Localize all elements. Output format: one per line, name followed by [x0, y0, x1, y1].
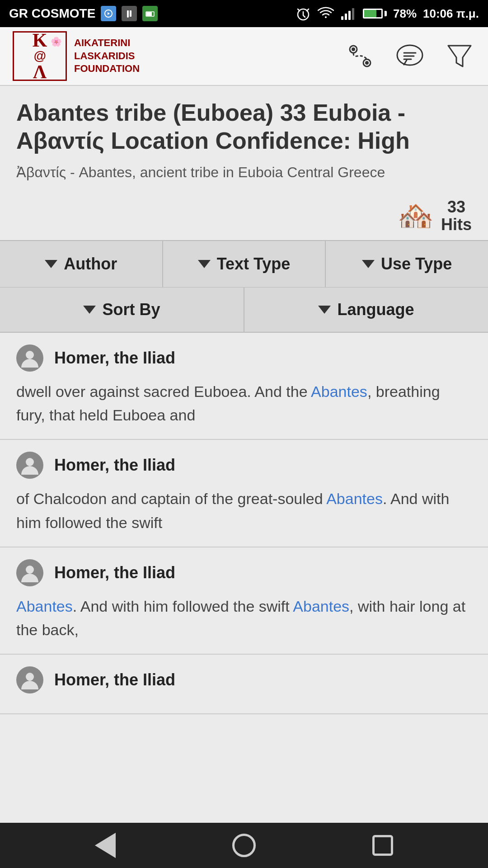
author-label: Author: [64, 255, 117, 274]
svg-rect-9: [352, 8, 354, 20]
result-text: dwell over against sacred Euboea. And th…: [16, 380, 472, 427]
page-title: Abantes tribe (Euboea) 33 Euboia - Αβαντ…: [16, 99, 472, 155]
result-text: of Chalcodon and captain of the great-so…: [16, 487, 472, 534]
status-right: 78% 10:06 π.μ.: [295, 5, 479, 22]
home-icon: [232, 834, 256, 857]
svg-point-14: [397, 45, 422, 65]
header-icons: [344, 40, 475, 72]
back-icon: [95, 833, 116, 858]
svg-rect-6: [341, 16, 343, 20]
result-text: Abantes. And with him followed the swift…: [16, 594, 472, 642]
avatar: [16, 666, 43, 693]
author-arrow: [45, 260, 57, 268]
bottom-nav: [0, 823, 488, 868]
sortby-label: Sort By: [102, 300, 160, 319]
hits-row: 🏘️ 33 Hits: [0, 192, 488, 240]
filter-use-type[interactable]: Use Type: [326, 241, 488, 287]
result-author-row: Homer, the Iliad: [16, 344, 472, 372]
filter-author[interactable]: Author: [0, 241, 163, 287]
route-icon[interactable]: [344, 40, 376, 72]
filter-sort-by[interactable]: Sort By: [0, 288, 244, 332]
result-author-row: Homer, the Iliad: [16, 666, 472, 693]
filter-icon[interactable]: [444, 40, 475, 72]
signal-icon: [340, 5, 357, 22]
svg-rect-7: [345, 14, 347, 20]
avatar: [16, 344, 43, 372]
hits-count: 33 Hits: [441, 198, 472, 234]
status-bar: GR COSMOTE 78% 10:06 π.μ.: [0, 0, 488, 27]
result-link-2[interactable]: Abantes: [293, 598, 349, 615]
result-item: Homer, the Iliad dwell over against sacr…: [0, 333, 488, 440]
result-author-row: Homer, the Iliad: [16, 452, 472, 479]
status-icon-2: [122, 6, 137, 21]
alarm-icon: [295, 5, 311, 22]
status-carrier: GR COSMOTE: [9, 6, 158, 21]
filter-bar-row1: Author Text Type Use Type: [0, 240, 488, 288]
svg-point-2: [127, 16, 129, 18]
author-name: Homer, the Iliad: [54, 670, 175, 689]
back-button[interactable]: [89, 830, 121, 861]
sortby-arrow: [83, 306, 96, 314]
svg-point-13: [365, 61, 369, 65]
app-logo[interactable]: K @ Λ 🌸 AIKATERINI LASKARIDIS FOUNDATION: [13, 31, 140, 81]
app-bar: K @ Λ 🌸 AIKATERINI LASKARIDIS FOUNDATION: [0, 27, 488, 86]
svg-point-20: [26, 458, 34, 466]
texttype-arrow: [198, 260, 211, 268]
hits-icon: 🏘️: [398, 201, 434, 230]
result-item: Homer, the Iliad Abantes. And with him f…: [0, 547, 488, 655]
logo-box: K @ Λ 🌸: [13, 31, 67, 81]
carrier-text: GR COSMOTE: [9, 6, 95, 21]
svg-rect-4: [146, 12, 152, 16]
chat-icon[interactable]: [394, 40, 426, 72]
battery-percent: 78%: [393, 7, 417, 21]
results-list: Homer, the Iliad dwell over against sacr…: [0, 333, 488, 714]
svg-point-22: [26, 673, 34, 681]
texttype-label: Text Type: [217, 255, 291, 274]
logo-text: AIKATERINI LASKARIDIS FOUNDATION: [74, 37, 140, 75]
svg-point-21: [26, 566, 34, 574]
author-name: Homer, the Iliad: [54, 456, 175, 475]
usetype-arrow: [362, 260, 375, 268]
status-icon-1: [101, 6, 116, 21]
result-link[interactable]: Abantes: [311, 383, 367, 400]
svg-rect-1: [130, 10, 131, 17]
result-link[interactable]: Abantes: [326, 490, 383, 507]
filter-text-type[interactable]: Text Type: [163, 241, 326, 287]
main-content: Abantes tribe (Euboea) 33 Euboia - Αβαντ…: [0, 86, 488, 823]
time-display: 10:06 π.μ.: [423, 7, 479, 21]
status-icon-3: [142, 6, 158, 21]
result-author-row: Homer, the Iliad: [16, 559, 472, 586]
home-button[interactable]: [228, 830, 260, 861]
avatar: [16, 452, 43, 479]
usetype-label: Use Type: [381, 255, 452, 274]
result-item: Homer, the Iliad: [0, 655, 488, 714]
svg-point-12: [352, 47, 355, 51]
svg-marker-18: [448, 46, 471, 66]
avatar: [16, 559, 43, 586]
wifi-icon: [318, 5, 334, 22]
title-section: Abantes tribe (Euboea) 33 Euboia - Αβαντ…: [0, 86, 488, 192]
language-arrow: [318, 306, 331, 314]
result-item: Homer, the Iliad of Chalcodon and captai…: [0, 440, 488, 547]
page-subtitle: Ἀβαντίς - Abantes, ancient tribe in Eubo…: [16, 162, 472, 183]
filter-bar-row2: Sort By Language: [0, 288, 488, 333]
recents-button[interactable]: [367, 830, 399, 861]
language-label: Language: [337, 300, 414, 319]
filter-language[interactable]: Language: [244, 288, 488, 332]
battery-indicator: [363, 9, 387, 19]
author-name: Homer, the Iliad: [54, 349, 175, 368]
result-link-1[interactable]: Abantes: [16, 598, 73, 615]
recents-icon: [372, 835, 393, 856]
svg-rect-0: [127, 10, 129, 17]
author-name: Homer, the Iliad: [54, 563, 175, 582]
svg-point-19: [26, 351, 34, 359]
svg-rect-8: [348, 11, 351, 20]
